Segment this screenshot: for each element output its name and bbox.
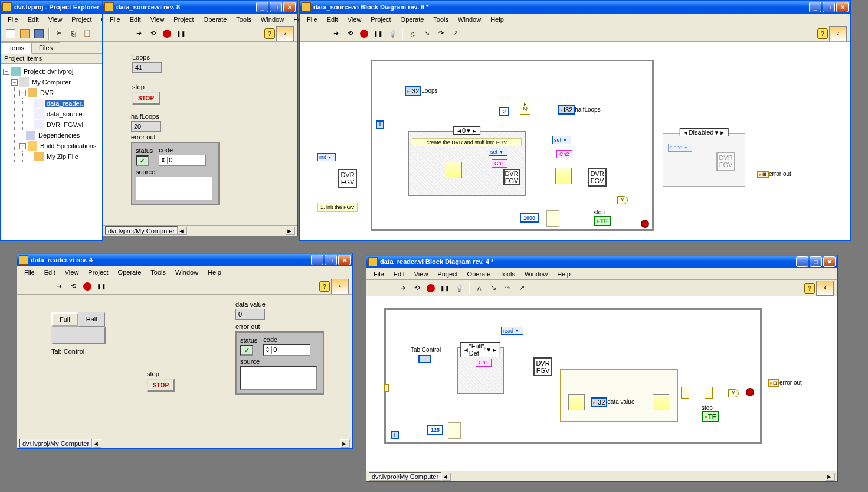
merge-errors-icon[interactable] [705,387,713,399]
stop-control-bd[interactable]: TF [702,411,719,422]
menu-edit[interactable]: Edit [125,15,146,24]
maximize-button[interactable]: □ [270,2,282,12]
tab-control-terminal[interactable] [418,355,431,363]
quotient-remainder-icon[interactable]: RIQ [520,102,530,115]
minimize-button[interactable]: _ [796,256,808,267]
menu-file[interactable]: File [19,268,40,277]
halfloops-indicator-bd[interactable]: I32 [558,105,575,115]
run-continuous-button[interactable] [67,280,80,293]
dvr-fgv-subvi[interactable]: DVR FGV [716,152,735,171]
scroll-left-icon[interactable]: ◄ [178,227,187,235]
or-gate-icon[interactable]: ∨ [728,389,739,397]
close-button[interactable]: ✕ [823,256,836,267]
menu-project[interactable]: Project [83,268,113,277]
menu-project[interactable]: Project [169,15,198,24]
highlight-button[interactable] [453,282,466,295]
close-button[interactable]: ✕ [836,2,849,12]
init-enum[interactable]: init [317,153,336,161]
maximize-button[interactable]: □ [325,255,337,265]
data-source-fp-titlebar[interactable]: data_source.vi rev. 8 _ □ ✕ [103,1,297,14]
pause-button[interactable] [95,280,108,293]
abort-button[interactable] [358,27,371,40]
ipe-structure[interactable]: I32data value [560,369,678,422]
while-loop[interactable]: i read Tab Control ◄ "Full", Def ▼► Ch1 … [384,308,762,444]
ch2-const[interactable]: Ch2 [556,150,572,158]
paste-icon[interactable]: 📋 [81,27,94,40]
menu-tools[interactable]: Tools [231,15,256,24]
tab-items[interactable]: Items [1,42,32,54]
help-button[interactable]: ? [319,281,330,292]
help-button[interactable]: ? [804,283,815,294]
read-enum[interactable]: read [501,327,523,335]
pause-button[interactable] [175,27,188,40]
menu-help[interactable]: Help [486,15,509,24]
tab-full[interactable]: Full [51,312,78,327]
step-out-button[interactable]: ↗ [515,282,528,295]
menu-project[interactable]: Project [67,15,96,24]
scroll-right-icon[interactable]: ► [340,439,350,448]
close-button[interactable]: ✕ [283,2,296,12]
cut-icon[interactable]: ✂ [53,27,65,40]
write-dvr-icon[interactable] [653,394,669,410]
new-dvr-icon[interactable] [446,162,462,178]
menu-tools[interactable]: Tools [495,269,520,279]
close-enum[interactable]: close [668,144,692,152]
retain-button[interactable]: ⎌ [473,282,486,295]
menu-window[interactable]: Window [453,15,486,24]
project-explorer-titlebar[interactable]: dvr.lvproj - Project Explorer [1,1,102,14]
maximize-button[interactable]: □ [810,256,822,267]
save-icon[interactable] [32,27,45,40]
read-dvr-icon[interactable] [568,394,585,410]
menu-file[interactable]: File [369,269,389,279]
scroll-right-icon[interactable]: ► [286,227,295,235]
data-source-vi[interactable]: data_source. [45,110,86,118]
data-value-indicator-bd[interactable]: I32 [591,397,607,407]
tree-toggle[interactable]: − [19,143,26,149]
case-structure[interactable]: ◄ "Full", Def ▼► Ch1 [457,347,504,394]
dvr-folder[interactable]: DVR [39,89,55,96]
wait-ms-icon[interactable] [448,422,461,439]
menu-tools[interactable]: Tools [146,268,171,277]
abort-button[interactable] [161,27,173,40]
step-out-button[interactable]: ↗ [448,27,461,40]
case-selector[interactable]: ◄ 0 ▼► [453,126,480,135]
run-continuous-button[interactable] [146,27,159,40]
menu-file[interactable]: File [105,15,125,24]
set-enum-2[interactable]: set [552,136,571,144]
scroll-left-icon[interactable]: ◄ [92,439,101,448]
stop-button[interactable]: STOP [132,92,160,105]
menu-view[interactable]: View [343,15,366,24]
set-enum-1[interactable]: set [489,148,507,156]
wait-ms-icon[interactable] [546,210,559,227]
while-loop[interactable]: i I32Loops 2 RIQ I32halfLoops set Ch2 DV… [371,60,654,231]
menu-edit[interactable]: Edit [322,15,343,24]
menu-operate[interactable]: Operate [199,15,232,24]
data-reader-vi[interactable]: data_reader. [45,100,84,107]
step-into-button[interactable]: ↘ [487,282,500,295]
menu-window[interactable]: Window [171,268,203,277]
ch1-const[interactable]: Ch1 [492,159,507,168]
stop-button[interactable]: STOP [147,379,175,392]
step-over-button[interactable]: ↷ [501,282,514,295]
tree-toggle[interactable]: − [19,90,26,96]
menu-tools[interactable]: Tools [428,15,453,24]
data-reader-bd-canvas[interactable]: i read Tab Control ◄ "Full", Def ▼► Ch1 … [366,296,837,471]
tab-half[interactable]: Half [78,312,106,327]
run-button[interactable] [132,27,145,40]
disabled-selector[interactable]: ◄ Disabled ▼► [680,128,729,136]
run-button[interactable] [53,280,65,293]
menu-operate[interactable]: Operate [113,268,146,277]
vi-icon-panel[interactable]: 2 [829,26,847,41]
step-over-button[interactable]: ↷ [434,27,447,40]
help-button[interactable]: ? [264,28,275,39]
case-selector[interactable]: ◄ "Full", Def ▼► [460,342,500,357]
menu-window[interactable]: Window [520,269,552,279]
minimize-button[interactable]: _ [809,2,821,12]
zip-file[interactable]: My Zip File [45,153,80,160]
case-structure[interactable]: ◄ 0 ▼► create the DVR and stuff into FGV… [408,131,526,196]
step-into-button[interactable]: ↘ [420,27,433,40]
abort-button[interactable] [424,282,437,295]
menu-view[interactable]: View [44,15,67,24]
merge-errors-icon[interactable] [681,387,689,399]
menu-project[interactable]: Project [433,269,462,279]
